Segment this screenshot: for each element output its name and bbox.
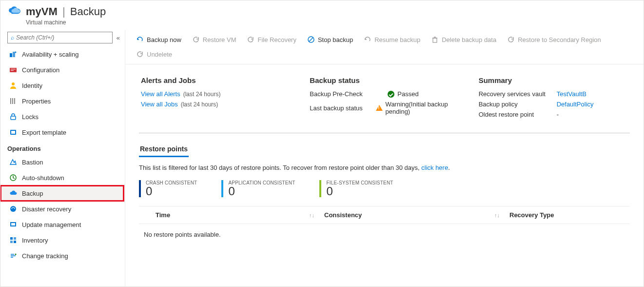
sidebar-item-backup[interactable]: Backup (0, 185, 124, 201)
collapse-sidebar-button[interactable]: « (117, 34, 120, 41)
sidebar-item-label: Identity (22, 82, 42, 89)
svg-rect-8 (14, 98, 15, 104)
restore-table-header: Time↑↓ Consistency↑↓ Recovery Type (139, 206, 630, 224)
resource-name: myVM (26, 5, 58, 18)
filter-note: This list is filtered for last 30 days o… (139, 164, 630, 171)
stop-backup-button[interactable]: Stop backup (303, 34, 357, 45)
sidebar-item-label: Disaster recovery (22, 205, 71, 213)
update-icon (9, 221, 17, 228)
application-consistent-block: APPLICATION CONSISTENT 0 (221, 180, 295, 197)
search-input[interactable] (16, 34, 109, 41)
file-recovery-button: File Recovery (243, 34, 300, 45)
sidebar-item-bastion[interactable]: Bastion (0, 154, 124, 170)
sidebar-item-configuration[interactable]: Configuration (0, 62, 124, 78)
col-consistency[interactable]: Consistency↑↓ (324, 211, 509, 219)
sidebar-item-label: Availability + scaling (22, 51, 78, 58)
blade-name: Backup (70, 5, 106, 18)
undelete-button: Undelete (132, 48, 176, 60)
restore-points-tab[interactable]: Restore points (139, 142, 189, 157)
main-content: Backup now Restore VM File Recovery Stop… (125, 30, 644, 287)
sidebar-group-operations: Operations (0, 140, 124, 154)
crash-consistent-block: CRASH CONSISTENT 0 (139, 180, 197, 197)
col-recovery-type[interactable]: Recovery Type (509, 211, 630, 219)
sidebar-item-label: Inventory (22, 237, 48, 244)
alerts-card: Alerts and Jobs View all Alerts (last 24… (141, 76, 290, 121)
svg-line-22 (309, 38, 313, 41)
summary-heading: Summary (479, 76, 628, 84)
backup-now-button[interactable]: Backup now (132, 34, 185, 45)
sidebar-item-change-tracking[interactable]: Change tracking (0, 248, 124, 264)
sidebar-item-inventory[interactable]: Inventory (0, 232, 124, 248)
sidebar-item-locks[interactable]: Locks (0, 109, 124, 124)
sidebar-item-label: Configuration (22, 66, 59, 74)
sort-icon: ↑↓ (494, 212, 500, 218)
sidebar-item-label: Export template (22, 129, 66, 136)
search-box[interactable]: ⌕ (7, 32, 113, 43)
lock-icon (9, 113, 17, 121)
vm-icon (8, 5, 21, 18)
svg-rect-23 (433, 38, 437, 42)
svg-rect-4 (11, 70, 14, 71)
svg-rect-15 (11, 223, 15, 226)
status-card: Backup status Backup Pre-Check Passed La… (310, 76, 459, 121)
alerts-heading: Alerts and Jobs (141, 76, 290, 84)
sidebar-item-label: Locks (22, 113, 39, 121)
consistency-summary: CRASH CONSISTENT 0 APPLICATION CONSISTEN… (139, 180, 630, 197)
sidebar-item-identity[interactable]: Identity (0, 78, 124, 93)
change-tracking-icon (9, 252, 17, 260)
sidebar-item-properties[interactable]: Properties (0, 93, 124, 109)
svg-rect-18 (10, 241, 13, 243)
sidebar-item-label: Auto-shutdown (22, 174, 64, 182)
summary-card: Summary Recovery services vault TestVaul… (479, 76, 628, 121)
inventory-icon (9, 236, 17, 244)
delete-backup-button: Delete backup data (427, 34, 500, 45)
svg-rect-7 (12, 98, 13, 104)
sidebar-item-label: Change tracking (22, 252, 68, 260)
sidebar-item-label: Backup (22, 190, 43, 197)
config-icon (9, 66, 17, 74)
vault-link[interactable]: TestVaultB (557, 90, 586, 98)
toolbar: Backup now Restore VM File Recovery Stop… (125, 30, 644, 64)
svg-point-20 (15, 254, 17, 255)
sidebar-item-label: Properties (22, 98, 51, 105)
svg-rect-11 (11, 131, 15, 134)
sidebar-nav: Availability + scaling Configuration Ide… (0, 46, 125, 287)
sidebar-item-label: Update management (22, 221, 81, 228)
sidebar-item-export[interactable]: Export template (0, 124, 124, 140)
search-icon: ⌕ (11, 34, 14, 41)
warning-icon (376, 105, 383, 111)
col-time[interactable]: Time↑↓ (139, 211, 324, 219)
sidebar-item-update-management[interactable]: Update management (0, 217, 124, 232)
view-all-jobs-link[interactable]: View all Jobs (141, 101, 178, 108)
policy-link[interactable]: DefaultPolicy (557, 101, 594, 108)
sidebar: ⌕ « Availability + scaling Configuration… (0, 30, 125, 287)
scaling-icon (9, 50, 17, 58)
svg-rect-2 (10, 68, 17, 72)
filesystem-consistent-block: FILE-SYSTEM CONSISTENT 0 (319, 180, 393, 197)
sidebar-item-availability[interactable]: Availability + scaling (0, 46, 124, 62)
older-points-link[interactable]: click here (421, 164, 448, 171)
resource-type: Virtual machine (26, 19, 644, 26)
sidebar-item-disaster-recovery[interactable]: Disaster recovery (0, 201, 124, 217)
resume-backup-button: Resume backup (360, 34, 424, 45)
svg-point-5 (12, 82, 15, 85)
page-header: myVM | Backup (0, 0, 644, 20)
status-heading: Backup status (310, 76, 459, 84)
svg-rect-1 (13, 52, 15, 57)
passed-icon (388, 91, 394, 98)
view-all-alerts-link[interactable]: View all Alerts (141, 90, 180, 98)
svg-rect-0 (10, 53, 12, 57)
svg-point-13 (10, 206, 16, 212)
sidebar-item-autoshutdown[interactable]: Auto-shutdown (0, 170, 124, 185)
svg-rect-19 (14, 241, 16, 243)
backup-icon (9, 189, 17, 197)
svg-rect-3 (11, 69, 16, 69)
disaster-recovery-icon (9, 205, 17, 213)
restore-secondary-button: Restore to Secondary Region (503, 34, 605, 45)
svg-rect-9 (11, 116, 16, 120)
empty-state: No restore points available. (139, 224, 630, 245)
identity-icon (9, 82, 17, 89)
sidebar-item-label: Bastion (22, 159, 43, 166)
svg-rect-6 (10, 98, 11, 104)
clock-icon (9, 174, 17, 182)
